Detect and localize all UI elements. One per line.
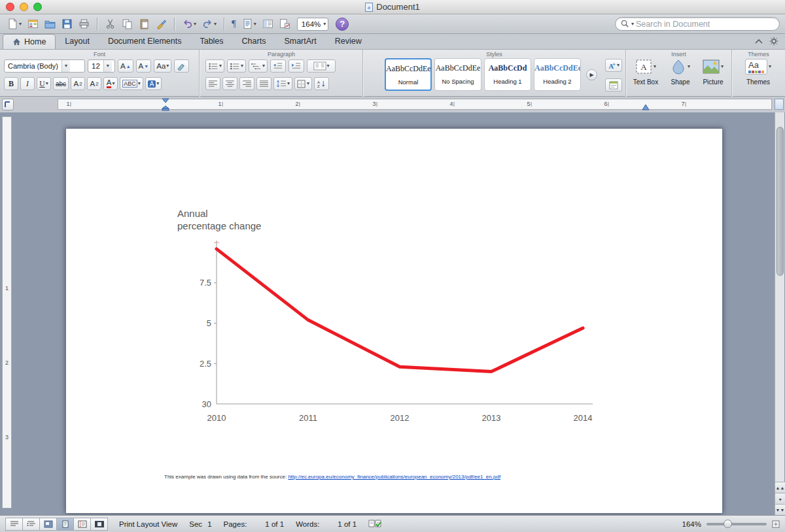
grow-font-button[interactable]: A▲ — [118, 59, 133, 73]
style-preview: AaBbCcDd — [485, 63, 531, 73]
minimize-window-button[interactable] — [20, 3, 28, 11]
zoom-combobox[interactable]: 164% ▾ — [297, 18, 328, 31]
show-formatting-marks-button[interactable]: ¶ — [230, 16, 238, 32]
align-center-button[interactable] — [222, 77, 237, 90]
styles-pane-button[interactable] — [605, 78, 622, 91]
bullets-button[interactable]: ▾ — [205, 59, 224, 73]
zoom-slider[interactable] — [706, 523, 767, 525]
tab-layout[interactable]: Layout — [56, 34, 99, 49]
document-chart[interactable]: 7.552.53020102011201220132014 — [184, 235, 616, 431]
font-name-combobox[interactable]: Cambria (Body) ▾ — [4, 59, 85, 73]
navigation-pane-button[interactable] — [260, 16, 275, 32]
search-input[interactable] — [636, 20, 774, 29]
help-button[interactable]: ? — [336, 18, 349, 31]
standard-toolbar: ▾ ▾ ▾ ¶ ▾ 164% — [0, 14, 785, 34]
spellcheck-button[interactable] — [368, 519, 381, 529]
shrink-font-button[interactable]: A▼ — [136, 59, 152, 73]
open-button[interactable] — [43, 16, 58, 32]
tab-stop-selector[interactable] — [2, 99, 14, 110]
sort-button[interactable]: AZ — [314, 77, 329, 90]
style-chip-heading1[interactable]: AaBbCcDd Heading 1 — [484, 58, 531, 91]
borders-button[interactable]: ▾ — [294, 77, 312, 90]
next-page-button[interactable]: ▼▼ — [775, 504, 785, 515]
tab-document-elements[interactable]: Document Elements — [99, 34, 191, 49]
more-styles-button[interactable]: ▶ — [586, 69, 597, 80]
media-browser-button[interactable] — [277, 16, 292, 32]
character-border-button[interactable]: ABC▾ — [120, 77, 143, 90]
insert-picture-button[interactable]: ▾ Picture — [697, 58, 729, 86]
new-document-button[interactable]: ▾ — [5, 16, 24, 32]
decrease-indent-button[interactable] — [270, 59, 286, 73]
strikethrough-button[interactable]: abc — [53, 77, 69, 90]
clear-formatting-button[interactable] — [174, 59, 189, 73]
increase-indent-button[interactable] — [288, 59, 304, 73]
underline-button[interactable]: U▾ — [37, 77, 51, 90]
style-chip-normal[interactable]: AaBbCcDdEe Normal — [385, 58, 432, 91]
format-painter-button[interactable] — [154, 16, 169, 32]
subscript-button[interactable]: A2 — [87, 77, 101, 90]
align-left-button[interactable] — [205, 77, 220, 90]
pages-label[interactable]: Pages: — [224, 520, 247, 528]
superscript-base: A — [74, 80, 79, 88]
line-spacing-button[interactable]: ▾ — [273, 77, 292, 90]
tab-review[interactable]: Review — [326, 34, 371, 49]
superscript-button[interactable]: A2 — [71, 77, 85, 90]
gallery-toggle-button[interactable] — [26, 16, 41, 32]
tab-tables[interactable]: Tables — [190, 34, 232, 49]
right-indent-marker[interactable] — [642, 105, 650, 111]
close-window-button[interactable] — [6, 3, 14, 11]
save-button[interactable] — [60, 16, 75, 32]
style-chip-heading2[interactable]: AaBbCcDdEe Heading 2 — [534, 58, 581, 91]
tab-smartart[interactable]: SmartArt — [275, 34, 325, 49]
justify-button[interactable] — [256, 77, 271, 90]
multilevel-list-button[interactable]: ▾ — [249, 59, 268, 73]
search-field[interactable]: ▾ — [615, 17, 780, 31]
zoom-window-button[interactable] — [33, 3, 42, 11]
insert-shape-button[interactable]: ▾ Shape — [665, 58, 695, 86]
paste-button[interactable] — [137, 16, 152, 32]
themes-button[interactable]: Aa ▾ Themes — [741, 58, 775, 86]
draft-view-button[interactable] — [5, 518, 23, 531]
print-layout-view-button[interactable] — [56, 518, 74, 531]
font-color-button[interactable]: A▾ — [103, 77, 118, 90]
indent-marker[interactable] — [162, 98, 169, 111]
gear-icon[interactable] — [769, 37, 778, 46]
numbering-button[interactable]: ▾ — [227, 59, 246, 73]
vertical-scrollbar[interactable]: ▲▲ ● ▼▼ — [775, 112, 784, 515]
cut-button[interactable] — [103, 16, 118, 32]
outline-view-button[interactable] — [22, 518, 40, 531]
columns-button[interactable]: ▾ — [307, 59, 336, 73]
select-browse-object-button[interactable]: ● — [775, 493, 785, 504]
document-layout-button[interactable]: ▾ — [240, 16, 258, 32]
change-case-button[interactable]: Aa▾ — [154, 59, 171, 73]
chevron-down-icon: ▾ — [103, 60, 112, 72]
text-effects-button[interactable]: A▾ — [605, 59, 622, 72]
fit-page-icon[interactable] — [772, 520, 780, 528]
copy-button[interactable] — [120, 16, 135, 32]
zoom-slider-thumb[interactable] — [724, 520, 732, 528]
bold-button[interactable]: B — [4, 77, 18, 90]
align-right-button[interactable] — [239, 77, 254, 90]
focus-view-button[interactable] — [90, 518, 108, 531]
insert-text-box-button[interactable]: A ▾ Text Box — [629, 58, 663, 86]
document-page[interactable]: Annual percentage change 7.552.530201020… — [65, 128, 723, 514]
notebook-view-button[interactable] — [73, 518, 91, 531]
footnote-link[interactable]: http://ec.europa.eu/economy_finance/publ… — [288, 474, 500, 480]
undo-button[interactable]: ▾ — [180, 16, 198, 32]
scrollbar-thumb[interactable] — [776, 127, 784, 276]
publishing-view-button[interactable] — [39, 518, 57, 531]
redo-button[interactable]: ▾ — [200, 16, 218, 32]
words-label[interactable]: Words: — [296, 520, 319, 528]
italic-button[interactable]: I — [20, 77, 35, 90]
font-size-combobox[interactable]: 12 ▾ — [88, 59, 115, 73]
tab-home[interactable]: Home — [3, 34, 56, 49]
previous-page-button[interactable]: ▲▲ — [775, 482, 785, 493]
ruler-toggle-button[interactable] — [775, 99, 784, 110]
chart-title-line2: percentage change — [177, 220, 261, 232]
print-button[interactable] — [77, 16, 92, 32]
toolbar-separator — [97, 18, 97, 31]
text-highlight-button[interactable]: A▾ — [145, 77, 162, 90]
style-chip-no-spacing[interactable]: AaBbCcDdEe No Spacing — [434, 58, 481, 91]
tab-charts[interactable]: Charts — [233, 34, 275, 49]
collapse-ribbon-button[interactable] — [755, 39, 763, 44]
